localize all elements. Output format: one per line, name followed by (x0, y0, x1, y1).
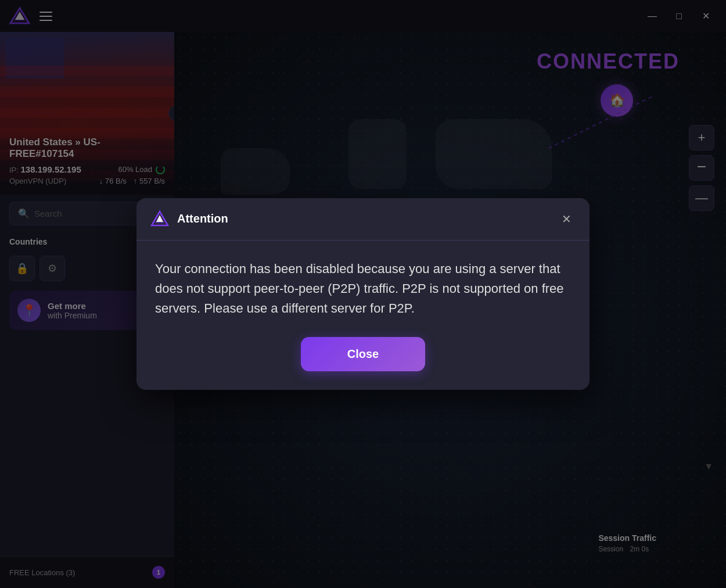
dialog-header: Attention ✕ (136, 198, 590, 241)
dialog-footer: Close (136, 332, 590, 390)
dialog-body: Your connection has been disabled becaus… (136, 241, 590, 332)
modal-overlay: Attention ✕ Your connection has been dis… (0, 0, 726, 588)
dialog-close-action-button[interactable]: Close (301, 337, 425, 371)
attention-dialog: Attention ✕ Your connection has been dis… (136, 198, 590, 390)
dialog-title: Attention (177, 212, 549, 225)
dialog-close-button[interactable]: ✕ (557, 210, 576, 228)
app-window: — □ ✕ United States » US-FREE#107154 IP: (0, 0, 726, 588)
dialog-logo-icon (150, 210, 169, 228)
dialog-message: Your connection has been disabled becaus… (155, 259, 571, 318)
